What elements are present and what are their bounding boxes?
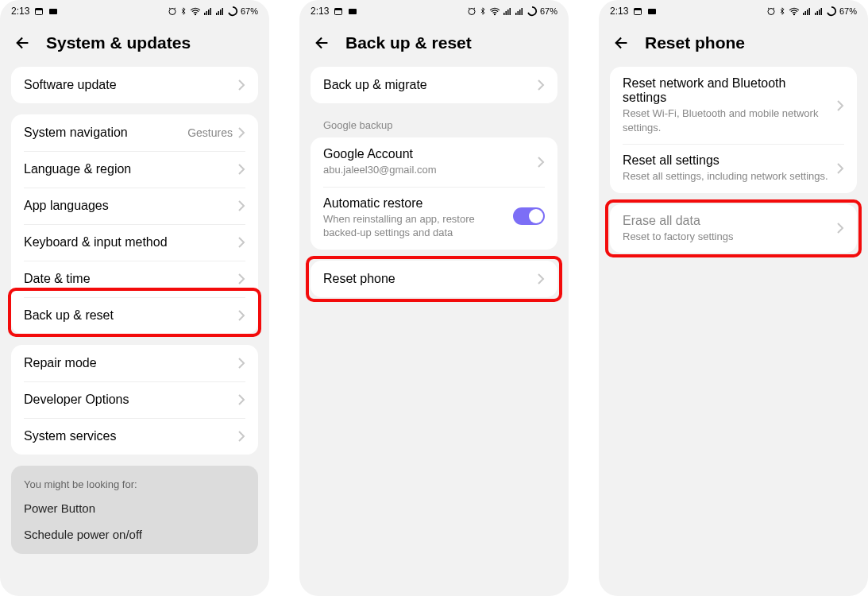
row-reset-network[interactable]: Reset network and Bluetooth settings Res… — [610, 67, 857, 144]
row-label: Software update — [24, 78, 231, 92]
row-date-time[interactable]: Date & time — [11, 261, 258, 297]
bluetooth-icon — [179, 6, 187, 16]
chevron-right-icon — [537, 79, 545, 91]
row-sub: Reset to factory settings — [623, 230, 830, 244]
row-erase-all-data[interactable]: Erase all data Reset to factory settings — [610, 204, 857, 253]
svg-rect-20 — [509, 8, 511, 15]
card-other-group: Repair mode Developer Options System ser… — [11, 345, 258, 455]
chevron-right-icon — [237, 236, 245, 249]
svg-rect-37 — [820, 8, 822, 15]
svg-rect-8 — [216, 13, 218, 15]
row-label: Keyboard & input method — [24, 235, 231, 250]
svg-rect-27 — [635, 9, 642, 11]
back-icon[interactable] — [314, 34, 331, 52]
bluetooth-icon — [778, 6, 786, 16]
svg-rect-14 — [335, 9, 342, 11]
suggestion-item-schedule-power[interactable]: Schedule power on/off — [24, 528, 245, 541]
calendar-icon — [334, 6, 343, 16]
row-label: Erase all data — [623, 214, 830, 228]
svg-rect-31 — [804, 11, 806, 15]
status-bar: 2:13 67% — [599, 0, 868, 22]
toggle-automatic-restore[interactable] — [513, 207, 545, 225]
svg-rect-28 — [648, 9, 656, 14]
svg-rect-5 — [206, 11, 207, 15]
row-system-navigation[interactable]: System navigation Gestures — [11, 114, 258, 151]
signal-icon — [503, 6, 512, 16]
battery-pct: 67% — [540, 6, 557, 16]
row-reset-phone[interactable]: Reset phone — [311, 261, 557, 297]
calendar-icon — [633, 6, 642, 16]
chevron-right-icon — [537, 273, 545, 285]
wifi-icon — [489, 6, 500, 16]
content: Software update System navigation Gestur… — [0, 67, 269, 596]
chevron-right-icon — [237, 126, 245, 139]
svg-point-12 — [229, 7, 237, 16]
svg-rect-15 — [349, 9, 357, 14]
svg-rect-2 — [49, 9, 57, 14]
signal-icon — [203, 6, 213, 16]
suggestion-label: You might be looking for: — [24, 478, 245, 490]
row-backup-migrate[interactable]: Back up & migrate — [311, 67, 557, 103]
row-backup-reset[interactable]: Back up & reset — [11, 297, 258, 334]
row-label: Repair mode — [24, 356, 231, 370]
row-software-update[interactable]: Software update — [11, 67, 258, 103]
battery-pct: 67% — [839, 6, 857, 16]
alarm-icon — [766, 6, 776, 16]
suggestion-card: You might be looking for: Power Button S… — [11, 466, 258, 554]
suggestion-item-power-button[interactable]: Power Button — [24, 501, 245, 515]
row-keyboard-input[interactable]: Keyboard & input method — [11, 224, 258, 261]
row-google-account[interactable]: Google Account abu.jaleel30@gmail.com — [311, 137, 557, 187]
bluetooth-icon — [479, 6, 487, 16]
row-repair-mode[interactable]: Repair mode — [11, 345, 258, 381]
status-bar: 2:13 67% — [0, 0, 269, 22]
alarm-icon — [168, 6, 177, 16]
chevron-right-icon — [237, 430, 245, 443]
card-reset-phone: Reset phone — [311, 261, 557, 297]
battery-ring-icon — [826, 6, 837, 17]
svg-rect-19 — [507, 10, 509, 15]
chevron-right-icon — [237, 357, 245, 370]
svg-rect-18 — [505, 11, 507, 15]
back-icon[interactable] — [613, 34, 631, 52]
calendar-icon — [34, 6, 44, 16]
card-icon — [647, 7, 657, 15]
row-language-region[interactable]: Language & region — [11, 151, 258, 188]
row-system-services[interactable]: System services — [11, 418, 258, 455]
header: Reset phone — [599, 22, 868, 67]
row-label: Automatic restore — [323, 196, 507, 211]
card-erase-all-data: Erase all data Reset to factory settings — [610, 204, 857, 253]
status-bar: 2:13 67% — [299, 0, 569, 22]
chevron-right-icon — [537, 156, 545, 168]
svg-rect-10 — [220, 10, 222, 15]
card-icon — [348, 7, 357, 15]
phone-screen-backup-reset: 2:13 67% Back up & reset Back up & migra… — [299, 0, 569, 596]
signal2-icon — [215, 6, 225, 16]
svg-point-38 — [827, 7, 836, 16]
chevron-right-icon — [237, 79, 245, 91]
row-label: Back up & reset — [24, 308, 231, 323]
svg-point-3 — [169, 9, 176, 15]
row-label: Reset all settings — [623, 153, 830, 168]
svg-rect-35 — [816, 11, 818, 15]
row-app-languages[interactable]: App languages — [11, 188, 258, 224]
svg-rect-6 — [208, 10, 210, 15]
svg-rect-17 — [503, 13, 505, 15]
svg-rect-30 — [803, 13, 804, 15]
chevron-right-icon — [836, 99, 844, 112]
status-time: 2:13 — [311, 6, 329, 17]
row-developer-options[interactable]: Developer Options — [11, 381, 258, 418]
svg-rect-36 — [819, 10, 820, 15]
signal2-icon — [515, 6, 524, 16]
row-automatic-restore[interactable]: Automatic restore When reinstalling an a… — [311, 187, 557, 250]
row-sub: abu.jaleel30@gmail.com — [323, 163, 530, 177]
back-icon[interactable] — [14, 34, 32, 52]
row-reset-all-settings[interactable]: Reset all settings Reset all settings, i… — [610, 144, 857, 193]
svg-rect-1 — [36, 9, 43, 11]
chevron-right-icon — [836, 162, 844, 175]
content: Reset network and Bluetooth settings Res… — [599, 67, 868, 596]
status-time: 2:13 — [11, 6, 29, 17]
chevron-right-icon — [237, 163, 245, 176]
row-label: App languages — [24, 199, 231, 213]
card-software-update: Software update — [11, 67, 258, 103]
svg-rect-4 — [204, 13, 206, 15]
